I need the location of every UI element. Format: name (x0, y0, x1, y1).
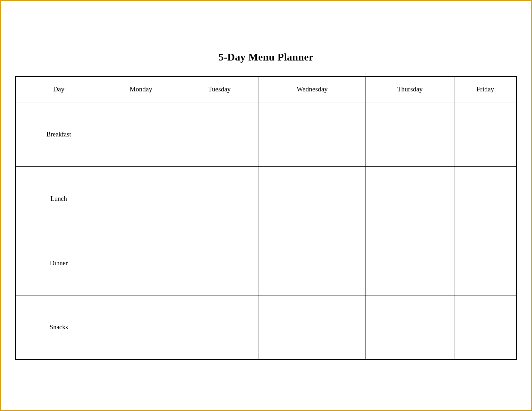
cell-breakfast-col3[interactable] (366, 102, 454, 166)
table-row: Breakfast (15, 102, 517, 166)
col-header-tuesday: Tuesday (180, 76, 259, 102)
cell-lunch-col4[interactable] (454, 166, 517, 231)
cell-dinner-col3[interactable] (366, 231, 454, 295)
cell-snacks-col2[interactable] (259, 295, 366, 360)
cell-breakfast-col0[interactable] (102, 102, 180, 166)
cell-snacks-col4[interactable] (454, 295, 517, 360)
page-title: 5-Day Menu Planner (218, 51, 313, 63)
table-row: Snacks (15, 295, 517, 360)
cell-snacks-col3[interactable] (366, 295, 454, 360)
cell-lunch-col3[interactable] (366, 166, 454, 231)
table-row: Lunch (15, 166, 517, 231)
cell-lunch-col0[interactable] (102, 166, 180, 231)
table-row: Dinner (15, 231, 517, 295)
cell-breakfast-col2[interactable] (259, 102, 366, 166)
cell-dinner-col0[interactable] (102, 231, 180, 295)
cell-dinner-col1[interactable] (180, 231, 259, 295)
col-header-monday: Monday (102, 76, 180, 102)
cell-dinner-col2[interactable] (259, 231, 366, 295)
col-header-friday: Friday (454, 76, 517, 102)
cell-dinner-col4[interactable] (454, 231, 517, 295)
col-header-thursday: Thursday (366, 76, 454, 102)
row-label-breakfast: Breakfast (15, 102, 102, 166)
cell-lunch-col1[interactable] (180, 166, 259, 231)
cell-lunch-col2[interactable] (259, 166, 366, 231)
col-header-day: Day (15, 76, 102, 102)
cell-snacks-col0[interactable] (102, 295, 180, 360)
row-label-lunch: Lunch (15, 166, 102, 231)
header-row: Day Monday Tuesday Wednesday Thursday Fr… (15, 76, 517, 102)
cell-snacks-col1[interactable] (180, 295, 259, 360)
row-label-snacks: Snacks (15, 295, 102, 360)
cell-breakfast-col4[interactable] (454, 102, 517, 166)
row-label-dinner: Dinner (15, 231, 102, 295)
page-container: 5-Day Menu Planner Day Monday Tuesday We… (15, 51, 517, 360)
cell-breakfast-col1[interactable] (180, 102, 259, 166)
planner-table: Day Monday Tuesday Wednesday Thursday Fr… (15, 76, 517, 360)
col-header-wednesday: Wednesday (259, 76, 366, 102)
